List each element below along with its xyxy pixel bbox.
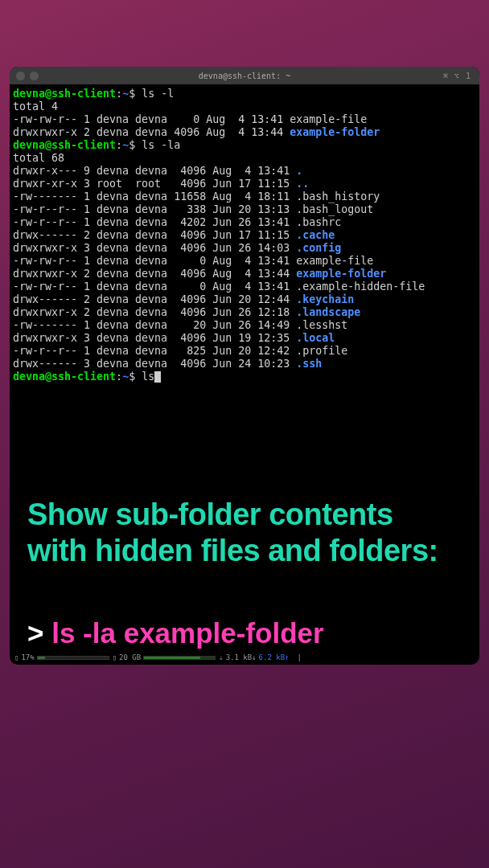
ls-row: drwxrwxr-x 3 devna devna 4096 Jun 26 14:… <box>13 242 476 255</box>
ls-row: drwxr-x--- 9 devna devna 4096 Aug 4 13:4… <box>13 165 476 178</box>
disk-value: 20 GB <box>119 653 141 661</box>
ls-row: drwx------ 2 devna devna 4096 Jun 17 11:… <box>13 229 476 242</box>
battery-bar <box>37 656 109 660</box>
cursor-icon <box>154 371 161 383</box>
ls-row: drwxrwxr-x 2 devna devna 4096 Jun 26 12:… <box>13 306 476 319</box>
net-segment: ⇣ 3.1 kB↓ 6.2 kB↑ <box>219 653 289 661</box>
prompt-line: devna@ssh-client:~$ ls -la <box>13 139 476 152</box>
total-line: total 4 <box>13 100 476 113</box>
ls-row: -rw------- 1 devna devna 20 Jun 26 14:49… <box>13 319 476 332</box>
ls-row: drwx------ 2 devna devna 4096 Jun 20 12:… <box>13 293 476 306</box>
battery-icon: ▯ <box>14 653 18 661</box>
titlebar-right-indicator: ⌘ ⌥ 1 <box>443 72 471 80</box>
ls-row: -rw-rw-r-- 1 devna devna 0 Aug 4 13:41 .… <box>13 280 476 293</box>
net-down: 3.1 kB↓ <box>226 653 257 661</box>
prompt-line: devna@ssh-client:~$ ls -l <box>13 88 476 100</box>
status-bar: ▯ 17% ▯ 20 GB ⇣ 3.1 kB↓ 6.2 kB↑ | <box>14 653 475 662</box>
ls-row: -rw-rw-r-- 1 devna devna 0 Aug 4 13:41 e… <box>13 255 476 268</box>
overlay-command-text: ls -la example-folder <box>51 617 323 649</box>
overlay-command: > ls -la example-folder <box>27 617 473 649</box>
ls-row: drwx------ 3 devna devna 4096 Jun 24 10:… <box>13 358 476 371</box>
net-down-icon: ⇣ <box>219 653 223 661</box>
disk-icon: ▯ <box>113 653 117 661</box>
battery-segment: ▯ 17% <box>14 653 109 661</box>
ls-row: -rw-r--r-- 1 devna devna 4202 Jun 26 13:… <box>13 216 476 229</box>
overlay-line1: Show sub-folder contents <box>27 497 393 531</box>
net-up: 6.2 kB↑ <box>259 653 290 661</box>
overlay-prompt: > <box>27 617 43 649</box>
disk-segment: ▯ 20 GB <box>113 653 216 661</box>
ls-row: -rw-rw-r-- 1 devna devna 0 Aug 4 13:41 e… <box>13 113 476 126</box>
ls-row: -rw-r--r-- 1 devna devna 338 Jun 20 13:1… <box>13 203 476 216</box>
prompt-line: devna@ssh-client:~$ ls <box>13 371 476 383</box>
total-line: total 68 <box>13 152 476 165</box>
window-title: devna@ssh-client: ~ <box>10 72 479 80</box>
ls-row: drwxrwxr-x 3 devna devna 4096 Jun 19 12:… <box>13 332 476 345</box>
ls-row: drwxrwxr-x 2 devna devna 4096 Aug 4 13:4… <box>13 126 476 139</box>
titlebar: devna@ssh-client: ~ ⌘ ⌥ 1 <box>10 67 479 84</box>
ls-row: -rw------- 1 devna devna 11658 Aug 4 18:… <box>13 190 476 203</box>
statusbar-sep: | <box>298 653 302 661</box>
ls-row: drwxrwxr-x 2 devna devna 4096 Aug 4 13:4… <box>13 268 476 280</box>
tutorial-overlay: Show sub-folder contents with hidden fil… <box>27 497 473 649</box>
battery-percent: 17% <box>21 653 34 661</box>
ls-row: drwxr-xr-x 3 root root 4096 Jun 17 11:15… <box>13 178 476 190</box>
overlay-heading: Show sub-folder contents with hidden fil… <box>27 497 473 569</box>
overlay-line2: with hidden files and folders: <box>27 534 438 567</box>
ls-row: -rw-r--r-- 1 devna devna 825 Jun 20 12:4… <box>13 345 476 358</box>
disk-bar <box>143 656 216 660</box>
